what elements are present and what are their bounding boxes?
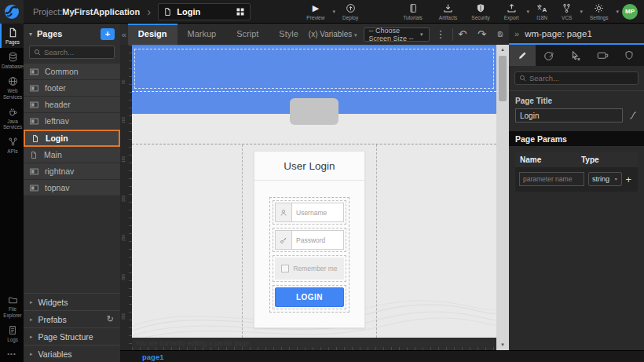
artifacts-button[interactable]: Artifacts bbox=[439, 3, 457, 20]
rail-more-button[interactable]: ••• bbox=[0, 346, 24, 362]
bind-icon[interactable] bbox=[628, 111, 638, 120]
save-icon[interactable] bbox=[497, 29, 503, 39]
page-item-footer[interactable]: footer bbox=[24, 80, 120, 97]
page-item-login-selected[interactable]: Login bbox=[24, 130, 120, 147]
triangle-right-icon: ▸ bbox=[30, 316, 33, 323]
export-button[interactable]: Export bbox=[504, 3, 519, 20]
ruler-label: 250 bbox=[121, 235, 126, 241]
add-param-button[interactable]: + bbox=[624, 174, 634, 185]
logo-placeholder[interactable] bbox=[290, 98, 338, 125]
add-page-button[interactable]: + bbox=[101, 28, 115, 40]
scroll-up-icon[interactable]: ▲ bbox=[496, 45, 509, 55]
tab-events[interactable] bbox=[562, 45, 589, 66]
settings-button[interactable]: Settings bbox=[590, 3, 609, 20]
tab-design[interactable]: Design bbox=[128, 24, 177, 45]
page-item-label: rightnav bbox=[45, 166, 74, 176]
canvas-header-row[interactable] bbox=[132, 46, 496, 92]
page-title-input[interactable] bbox=[515, 108, 623, 122]
undo-icon[interactable]: ↶ bbox=[458, 28, 467, 40]
collapse-panel-icon[interactable]: « bbox=[120, 30, 128, 39]
remember-checkbox[interactable] bbox=[281, 265, 289, 272]
tab-styles[interactable] bbox=[536, 45, 562, 66]
login-form[interactable]: Remember me LOGIN bbox=[269, 197, 349, 313]
preview-button[interactable]: ▶ Preview bbox=[306, 3, 324, 20]
main-area: « Design Markup Script Style (x) Variabl… bbox=[120, 24, 509, 362]
col-type: Type bbox=[580, 152, 625, 167]
page-item-main[interactable]: Main bbox=[24, 147, 120, 163]
col-actions bbox=[625, 152, 638, 167]
ruler-label: 300 bbox=[121, 274, 126, 280]
remember-me-row[interactable]: Remember me bbox=[275, 258, 344, 280]
scrollbar-thumb[interactable] bbox=[499, 56, 507, 101]
rail-label-web-services: Web Services bbox=[2, 88, 24, 99]
page-icon bbox=[31, 134, 39, 143]
page-item-common[interactable]: Common bbox=[24, 64, 120, 80]
scroll-down-icon[interactable]: ▼ bbox=[496, 340, 509, 350]
page-item-rightnav[interactable]: rightnav bbox=[24, 163, 120, 180]
canvas-vertical-scrollbar[interactable]: ▲ ▼ bbox=[496, 45, 509, 350]
page-item-leftnav[interactable]: leftnav bbox=[24, 113, 120, 130]
redo-icon[interactable]: ↷ bbox=[478, 28, 486, 40]
properties-search-input[interactable] bbox=[529, 74, 624, 82]
document-icon bbox=[163, 7, 172, 16]
pages-search-input[interactable] bbox=[44, 48, 107, 57]
user-avatar[interactable]: MP bbox=[622, 4, 638, 20]
section-variables[interactable]: ▸ Variables bbox=[24, 345, 120, 362]
design-canvas[interactable]: User Login bbox=[132, 45, 496, 338]
security-button[interactable]: Security bbox=[471, 3, 489, 20]
bottom-page-tab[interactable]: page1 bbox=[142, 353, 163, 361]
section-page-structure[interactable]: ▸ Page Structure bbox=[24, 327, 120, 345]
triangle-down-icon[interactable]: ▾ bbox=[29, 31, 32, 38]
breadcrumb-chevron-icon: › bbox=[147, 5, 151, 18]
properties-panel: » wm-page: page1 Page Title Page Params … bbox=[509, 24, 644, 350]
tab-devices[interactable] bbox=[589, 45, 616, 66]
open-page-tab[interactable]: Login bbox=[158, 3, 251, 20]
rail-item-pages[interactable]: Pages bbox=[0, 24, 24, 48]
page-item-topnav[interactable]: topnav bbox=[24, 180, 120, 196]
rail-item-web-services[interactable]: Web Services bbox=[0, 72, 24, 102]
section-widgets[interactable]: ▸ Widgets bbox=[24, 293, 120, 310]
login-panel[interactable]: User Login bbox=[254, 151, 365, 328]
param-name-input[interactable] bbox=[519, 172, 584, 186]
page-item-label: footer bbox=[45, 83, 66, 93]
preview-chevron-icon[interactable]: ▾ bbox=[332, 9, 335, 15]
properties-search-box[interactable] bbox=[514, 71, 639, 85]
rail-item-logs[interactable]: Logs bbox=[0, 321, 24, 346]
pages-panel-title: Pages bbox=[37, 29, 62, 38]
refresh-icon[interactable]: ↻ bbox=[107, 314, 114, 324]
rail-label-pages: Pages bbox=[2, 39, 24, 45]
param-type-select[interactable]: string ▼ bbox=[588, 172, 622, 186]
tab-properties[interactable] bbox=[509, 45, 536, 66]
export-chevron-icon[interactable]: ▾ bbox=[527, 9, 530, 15]
tab-markup[interactable]: Markup bbox=[177, 24, 227, 45]
pages-search-box[interactable] bbox=[29, 46, 115, 59]
tab-style[interactable]: Style bbox=[269, 24, 308, 45]
canvas-center-column[interactable]: User Login bbox=[242, 144, 377, 338]
tutorials-button[interactable]: Tutorials bbox=[403, 3, 423, 20]
rail-item-databases[interactable]: Databases bbox=[0, 48, 24, 72]
rail-item-file-explorer[interactable]: File Explorer bbox=[0, 291, 24, 320]
canvas-content-area[interactable]: User Login bbox=[132, 144, 496, 338]
tab-security[interactable] bbox=[616, 45, 642, 66]
username-input[interactable] bbox=[291, 203, 344, 222]
variables-dropdown[interactable]: (x) Variables ▾ bbox=[309, 30, 357, 38]
horizontal-ruler: You are currently editing a partial page… bbox=[132, 338, 496, 350]
rail-item-java-services[interactable]: Java Services bbox=[0, 103, 24, 133]
more-options-icon[interactable]: ⋮ bbox=[436, 28, 446, 40]
vcs-button[interactable]: VCS bbox=[562, 3, 572, 20]
grid-icon[interactable] bbox=[236, 7, 245, 16]
expand-panel-icon[interactable]: » bbox=[514, 29, 519, 38]
screen-size-select[interactable]: -- Choose Screen Size -- ▼ bbox=[364, 27, 430, 42]
left-rail: Pages Databases Web Services Java Servic… bbox=[0, 24, 24, 362]
section-prefabs[interactable]: ▸ Prefabs ↻ bbox=[24, 310, 120, 327]
settings-chevron-icon[interactable]: ▾ bbox=[616, 9, 619, 15]
search-icon bbox=[34, 49, 41, 56]
deploy-button[interactable]: Deploy bbox=[342, 3, 358, 20]
wavemaker-logo[interactable] bbox=[0, 0, 24, 24]
rail-item-apis[interactable]: APIs bbox=[0, 133, 24, 157]
i18n-button[interactable]: A I18N bbox=[536, 3, 547, 20]
password-input[interactable] bbox=[291, 230, 344, 250]
login-button[interactable]: LOGIN bbox=[275, 287, 344, 307]
tab-script[interactable]: Script bbox=[226, 24, 269, 45]
page-item-header[interactable]: header bbox=[24, 97, 120, 113]
